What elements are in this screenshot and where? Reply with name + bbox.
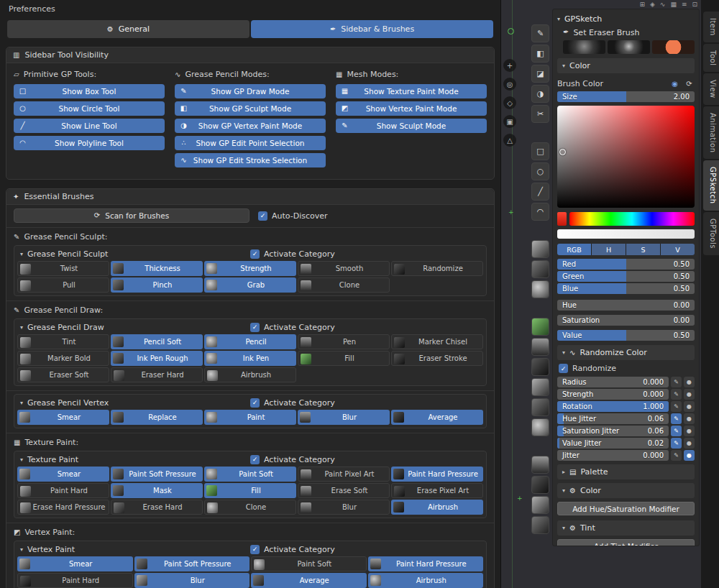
- axis-icon[interactable]: ∿: [660, 1, 666, 8]
- tab-animation[interactable]: Animation: [703, 106, 719, 159]
- red-slider[interactable]: Red0.50: [557, 259, 695, 270]
- category-header[interactable]: ▾Grease Pencil Sculpt✓Activate Category: [17, 247, 483, 261]
- brush-strength[interactable]: Strength: [204, 261, 296, 276]
- brush-preview-thumbnail[interactable]: [531, 358, 549, 376]
- brush-preview-thumbnail[interactable]: [531, 280, 549, 298]
- brush-airbrush[interactable]: Airbrush: [368, 573, 484, 588]
- color-picker-square[interactable]: [557, 106, 695, 208]
- brush-paint-soft[interactable]: Paint Soft: [251, 556, 367, 571]
- pan-icon[interactable]: ◇: [503, 96, 516, 109]
- brush-paint[interactable]: Paint: [204, 410, 296, 425]
- brush-paint-hard-pressure[interactable]: Paint Hard Pressure: [368, 556, 484, 571]
- pressure-icon[interactable]: ✎: [671, 413, 682, 424]
- brush-paint-soft-pressure[interactable]: Paint Soft Pressure: [134, 556, 250, 571]
- brush-marker-chisel[interactable]: Marker Chisel: [391, 334, 483, 349]
- draw-tool-icon[interactable]: ✎: [531, 24, 549, 42]
- show-gp-vertex-paint-mode-button[interactable]: ◑Show GP Vertex Paint Mode: [175, 119, 326, 133]
- mode-tab-s[interactable]: S: [626, 244, 660, 255]
- line-tool-icon[interactable]: ╱: [531, 183, 549, 201]
- brush-preview-thumbnail[interactable]: [531, 456, 549, 474]
- brush-preview-thumbnail[interactable]: [531, 476, 549, 494]
- brush-clone[interactable]: Clone: [298, 277, 390, 293]
- grid-icon[interactable]: ⊞: [639, 1, 645, 8]
- show-sculpt-mode-button[interactable]: ✎Show Sculpt Mode: [336, 119, 487, 133]
- erase-tool-icon[interactable]: ◪: [531, 65, 549, 83]
- brush-eraser-stroke[interactable]: Eraser Stroke: [391, 351, 483, 366]
- brush-paint-hard[interactable]: Paint Hard: [17, 483, 109, 498]
- brush-pen[interactable]: Pen: [298, 334, 390, 349]
- brush-paint-soft[interactable]: Paint Soft: [204, 467, 296, 482]
- brush-pencil[interactable]: Pencil: [204, 334, 296, 349]
- category-header[interactable]: ▾Grease Pencil Vertex✓Activate Category: [17, 395, 483, 410]
- sidebar-tool-visibility-header[interactable]: ▥ Sidebar Tool Visibility: [6, 47, 494, 63]
- brush-preview-thumbnail[interactable]: [531, 318, 549, 336]
- pressure-icon[interactable]: ✎: [671, 377, 682, 387]
- overlay-icon[interactable]: ◈: [650, 1, 655, 8]
- brush-smear[interactable]: Smear: [17, 467, 109, 482]
- brush-erase-hard[interactable]: Erase Hard: [111, 500, 203, 515]
- auto-discover-checkbox[interactable]: ✓ Auto-Discover: [258, 211, 328, 221]
- brush-randomize[interactable]: Randomize: [391, 261, 483, 276]
- brush-paint-soft-pressure[interactable]: Paint Soft Pressure: [111, 467, 203, 482]
- pressure-icon[interactable]: ✎: [671, 426, 682, 436]
- activate-category-checkbox[interactable]: ✓Activate Category: [250, 455, 335, 464]
- brush-preview-thumbnail[interactable]: [531, 378, 549, 396]
- tint-tool-icon[interactable]: ◑: [531, 85, 549, 103]
- activate-category-checkbox[interactable]: ✓Activate Category: [250, 545, 335, 554]
- tab-tool[interactable]: Tool: [703, 44, 719, 72]
- eraser-stroke-preview[interactable]: [652, 40, 695, 54]
- stats-icon[interactable]: ≡: [682, 1, 687, 8]
- show-polyline-tool-button[interactable]: ◠Show Polyline Tool: [14, 136, 165, 150]
- show-gp-edit-point-selection-button[interactable]: ∴Show GP Edit Point Selection: [175, 136, 326, 150]
- refresh-icon[interactable]: ⟳: [684, 78, 695, 89]
- brush-eraser-soft[interactable]: Eraser Soft: [17, 367, 109, 382]
- brush-preview-thumbnail[interactable]: [531, 496, 549, 514]
- brush-erase-hard-pressure[interactable]: Erase Hard Pressure: [17, 500, 109, 515]
- circle-tool-icon[interactable]: ○: [531, 162, 549, 180]
- tab-item[interactable]: Item: [703, 12, 719, 42]
- tab-sidebar-brushes[interactable]: ✒Sidebar & Brushes: [251, 20, 493, 38]
- mode-tab-h[interactable]: H: [592, 244, 626, 255]
- strength-slider[interactable]: Strength0.000: [557, 389, 669, 400]
- screen-picker-icon[interactable]: ◉: [669, 78, 680, 89]
- fill-tool-icon[interactable]: ◧: [531, 45, 549, 63]
- decorator-icon[interactable]: ●: [684, 377, 695, 387]
- brush-blur[interactable]: Blur: [134, 573, 250, 588]
- decorator-icon[interactable]: ●: [684, 426, 695, 436]
- brush-preview-thumbnail[interactable]: [531, 260, 549, 278]
- box-tool-icon[interactable]: □: [531, 142, 549, 160]
- snap-icon[interactable]: ▦: [670, 1, 677, 8]
- add-hue-saturation-modifier-button[interactable]: Add Hue/Saturation Modifier: [557, 502, 695, 515]
- brush-ink-pen-rough[interactable]: Ink Pen Rough: [111, 351, 203, 366]
- tab-view[interactable]: View: [703, 73, 719, 105]
- hue-jitter-slider[interactable]: Hue Jitter0.06: [557, 413, 669, 424]
- brush-preview-thumbnail[interactable]: [531, 516, 549, 534]
- randomize-color-section-header[interactable]: ▾ ∿ Randomize Color: [557, 345, 695, 360]
- palette-section-header[interactable]: ▸ ▤ Palette: [557, 464, 695, 479]
- show-gp-draw-mode-button[interactable]: ✎Show GP Draw Mode: [175, 84, 326, 98]
- brush-preview-thumbnail[interactable]: [531, 418, 549, 436]
- mode-tab-rgb[interactable]: RGB: [557, 244, 591, 255]
- arc-tool-icon[interactable]: ◠: [531, 203, 549, 221]
- brush-average[interactable]: Average: [391, 410, 483, 425]
- brush-smear[interactable]: Smear: [17, 556, 133, 571]
- color-modifier-section-header[interactable]: ▾ ⚙ Color: [557, 483, 695, 498]
- radius-slider[interactable]: Radius0.000: [557, 377, 669, 387]
- brush-mask[interactable]: Mask: [111, 483, 203, 498]
- zoom-icon[interactable]: ◎: [503, 78, 516, 91]
- hue-slider[interactable]: [569, 212, 695, 226]
- category-header[interactable]: ▾Grease Pencil Draw✓Activate Category: [17, 320, 483, 334]
- rotation-slider[interactable]: Rotation1.000: [557, 401, 669, 412]
- brush-grab[interactable]: Grab: [204, 277, 296, 293]
- brush-erase-soft[interactable]: Erase Soft: [298, 483, 390, 498]
- brush-blur[interactable]: Blur: [298, 500, 390, 515]
- green-slider[interactable]: Green0.50: [557, 271, 695, 282]
- brush-fill[interactable]: Fill: [204, 483, 296, 498]
- scan-for-brushes-button[interactable]: ⟳ Scan for Brushes: [14, 208, 249, 223]
- brush-smooth[interactable]: Smooth: [298, 261, 390, 276]
- brush-eraser-hard[interactable]: Eraser Hard: [111, 367, 203, 382]
- add-tint-modifier-button[interactable]: Add Tint Modifier: [557, 539, 695, 546]
- category-header[interactable]: ▾Texture Paint✓Activate Category: [17, 452, 483, 467]
- value-jitter-slider[interactable]: Value Jitter0.02: [557, 438, 669, 449]
- camera-icon[interactable]: ▣: [503, 115, 516, 128]
